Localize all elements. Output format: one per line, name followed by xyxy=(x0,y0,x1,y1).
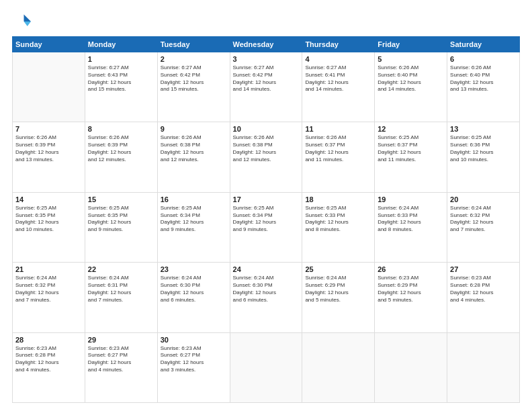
day-number: 11 xyxy=(305,125,371,133)
day-info: Sunrise: 6:24 AMSunset: 6:31 PMDaylight:… xyxy=(88,275,154,304)
calendar-cell: 9Sunrise: 6:26 AMSunset: 6:38 PMDaylight… xyxy=(157,122,230,192)
page: SundayMondayTuesdayWednesdayThursdayFrid… xyxy=(0,0,532,411)
calendar-cell: 21Sunrise: 6:24 AMSunset: 6:32 PMDayligh… xyxy=(13,263,85,332)
day-info: Sunrise: 6:25 AMSunset: 6:33 PMDaylight:… xyxy=(305,205,371,234)
day-info: Sunrise: 6:25 AMSunset: 6:35 PMDaylight:… xyxy=(88,205,154,234)
day-number: 27 xyxy=(450,265,517,273)
svg-marker-0 xyxy=(24,15,32,22)
calendar-header-row: SundayMondayTuesdayWednesdayThursdayFrid… xyxy=(13,37,520,52)
day-info: Sunrise: 6:23 AMSunset: 6:28 PMDaylight:… xyxy=(15,345,82,374)
calendar-week-row: 7Sunrise: 6:26 AMSunset: 6:39 PMDaylight… xyxy=(13,122,520,192)
day-number: 14 xyxy=(15,195,82,203)
day-info: Sunrise: 6:24 AMSunset: 6:30 PMDaylight:… xyxy=(233,275,300,304)
day-number: 7 xyxy=(15,125,82,133)
calendar-header-monday: Monday xyxy=(85,37,157,52)
day-number: 26 xyxy=(378,265,444,273)
day-info: Sunrise: 6:27 AMSunset: 6:42 PMDaylight:… xyxy=(161,64,227,93)
day-number: 28 xyxy=(15,336,82,344)
day-info: Sunrise: 6:26 AMSunset: 6:40 PMDaylight:… xyxy=(450,64,517,93)
calendar-cell: 29Sunrise: 6:23 AMSunset: 6:27 PMDayligh… xyxy=(85,332,157,402)
calendar-cell: 22Sunrise: 6:24 AMSunset: 6:31 PMDayligh… xyxy=(85,263,157,332)
calendar-cell: 13Sunrise: 6:25 AMSunset: 6:36 PMDayligh… xyxy=(447,122,520,192)
calendar-cell xyxy=(230,332,302,402)
day-info: Sunrise: 6:25 AMSunset: 6:36 PMDaylight:… xyxy=(450,134,517,163)
calendar-cell: 14Sunrise: 6:25 AMSunset: 6:35 PMDayligh… xyxy=(13,192,85,262)
day-info: Sunrise: 6:23 AMSunset: 6:29 PMDaylight:… xyxy=(378,275,444,304)
calendar-cell: 5Sunrise: 6:26 AMSunset: 6:40 PMDaylight… xyxy=(375,52,447,122)
svg-marker-1 xyxy=(24,21,32,26)
day-info: Sunrise: 6:24 AMSunset: 6:33 PMDaylight:… xyxy=(378,205,444,234)
calendar-cell: 2Sunrise: 6:27 AMSunset: 6:42 PMDaylight… xyxy=(157,52,230,122)
day-info: Sunrise: 6:26 AMSunset: 6:39 PMDaylight:… xyxy=(88,134,154,163)
calendar-cell xyxy=(447,332,520,402)
calendar-header-thursday: Thursday xyxy=(302,37,375,52)
day-info: Sunrise: 6:25 AMSunset: 6:35 PMDaylight:… xyxy=(15,205,82,234)
calendar-header-tuesday: Tuesday xyxy=(157,37,230,52)
day-info: Sunrise: 6:27 AMSunset: 6:42 PMDaylight:… xyxy=(233,64,300,93)
day-number: 18 xyxy=(305,195,371,203)
calendar-cell: 23Sunrise: 6:24 AMSunset: 6:30 PMDayligh… xyxy=(157,263,230,332)
calendar-cell: 25Sunrise: 6:24 AMSunset: 6:29 PMDayligh… xyxy=(302,263,375,332)
calendar-header-friday: Friday xyxy=(375,37,447,52)
day-number: 2 xyxy=(161,55,227,63)
calendar-header-wednesday: Wednesday xyxy=(230,37,302,52)
day-number: 25 xyxy=(305,265,371,273)
day-info: Sunrise: 6:25 AMSunset: 6:37 PMDaylight:… xyxy=(378,134,444,163)
calendar-cell: 15Sunrise: 6:25 AMSunset: 6:35 PMDayligh… xyxy=(85,192,157,262)
calendar-cell: 1Sunrise: 6:27 AMSunset: 6:43 PMDaylight… xyxy=(85,52,157,122)
calendar-cell: 26Sunrise: 6:23 AMSunset: 6:29 PMDayligh… xyxy=(375,263,447,332)
day-number: 3 xyxy=(233,55,300,63)
calendar-cell: 17Sunrise: 6:25 AMSunset: 6:34 PMDayligh… xyxy=(230,192,302,262)
day-info: Sunrise: 6:27 AMSunset: 6:41 PMDaylight:… xyxy=(305,64,371,93)
calendar-cell: 24Sunrise: 6:24 AMSunset: 6:30 PMDayligh… xyxy=(230,263,302,332)
day-info: Sunrise: 6:24 AMSunset: 6:30 PMDaylight:… xyxy=(161,275,227,304)
day-number: 13 xyxy=(450,125,517,133)
calendar-cell: 4Sunrise: 6:27 AMSunset: 6:41 PMDaylight… xyxy=(302,52,375,122)
calendar-cell: 16Sunrise: 6:25 AMSunset: 6:34 PMDayligh… xyxy=(157,192,230,262)
calendar-cell: 28Sunrise: 6:23 AMSunset: 6:28 PMDayligh… xyxy=(13,332,85,402)
day-number: 4 xyxy=(305,55,371,63)
calendar-week-row: 14Sunrise: 6:25 AMSunset: 6:35 PMDayligh… xyxy=(13,192,520,262)
calendar-cell: 20Sunrise: 6:24 AMSunset: 6:32 PMDayligh… xyxy=(447,192,520,262)
day-number: 16 xyxy=(161,195,227,203)
day-number: 17 xyxy=(233,195,300,203)
day-number: 19 xyxy=(378,195,444,203)
day-info: Sunrise: 6:23 AMSunset: 6:27 PMDaylight:… xyxy=(161,345,227,374)
day-info: Sunrise: 6:27 AMSunset: 6:43 PMDaylight:… xyxy=(88,64,154,93)
calendar-week-row: 28Sunrise: 6:23 AMSunset: 6:28 PMDayligh… xyxy=(13,332,520,402)
day-number: 15 xyxy=(88,195,154,203)
calendar-cell xyxy=(13,52,85,122)
day-info: Sunrise: 6:26 AMSunset: 6:38 PMDaylight:… xyxy=(161,134,227,163)
calendar-cell: 7Sunrise: 6:26 AMSunset: 6:39 PMDaylight… xyxy=(13,122,85,192)
day-info: Sunrise: 6:23 AMSunset: 6:27 PMDaylight:… xyxy=(88,345,154,374)
day-number: 29 xyxy=(88,336,154,344)
day-number: 6 xyxy=(450,55,517,63)
day-number: 9 xyxy=(161,125,227,133)
calendar-cell: 3Sunrise: 6:27 AMSunset: 6:42 PMDaylight… xyxy=(230,52,302,122)
calendar-cell: 10Sunrise: 6:26 AMSunset: 6:38 PMDayligh… xyxy=(230,122,302,192)
day-info: Sunrise: 6:26 AMSunset: 6:40 PMDaylight:… xyxy=(378,64,444,93)
day-info: Sunrise: 6:23 AMSunset: 6:28 PMDaylight:… xyxy=(450,275,517,304)
calendar-cell: 30Sunrise: 6:23 AMSunset: 6:27 PMDayligh… xyxy=(157,332,230,402)
calendar-header-sunday: Sunday xyxy=(13,37,85,52)
day-number: 1 xyxy=(88,55,154,63)
day-number: 24 xyxy=(233,265,300,273)
day-number: 20 xyxy=(450,195,517,203)
day-info: Sunrise: 6:26 AMSunset: 6:39 PMDaylight:… xyxy=(15,134,82,163)
day-info: Sunrise: 6:24 AMSunset: 6:32 PMDaylight:… xyxy=(450,205,517,234)
day-number: 12 xyxy=(378,125,444,133)
day-number: 30 xyxy=(161,336,227,344)
day-number: 23 xyxy=(161,265,227,273)
calendar-cell: 18Sunrise: 6:25 AMSunset: 6:33 PMDayligh… xyxy=(302,192,375,262)
day-info: Sunrise: 6:24 AMSunset: 6:29 PMDaylight:… xyxy=(305,275,371,304)
calendar-week-row: 21Sunrise: 6:24 AMSunset: 6:32 PMDayligh… xyxy=(13,263,520,332)
day-number: 22 xyxy=(88,265,154,273)
day-info: Sunrise: 6:26 AMSunset: 6:38 PMDaylight:… xyxy=(233,134,300,163)
day-info: Sunrise: 6:26 AMSunset: 6:37 PMDaylight:… xyxy=(305,134,371,163)
calendar-cell xyxy=(302,332,375,402)
calendar-cell: 27Sunrise: 6:23 AMSunset: 6:28 PMDayligh… xyxy=(447,263,520,332)
day-number: 5 xyxy=(378,55,444,63)
calendar-cell: 11Sunrise: 6:26 AMSunset: 6:37 PMDayligh… xyxy=(302,122,375,192)
calendar-cell: 12Sunrise: 6:25 AMSunset: 6:37 PMDayligh… xyxy=(375,122,447,192)
calendar-table: SundayMondayTuesdayWednesdayThursdayFrid… xyxy=(12,36,520,403)
